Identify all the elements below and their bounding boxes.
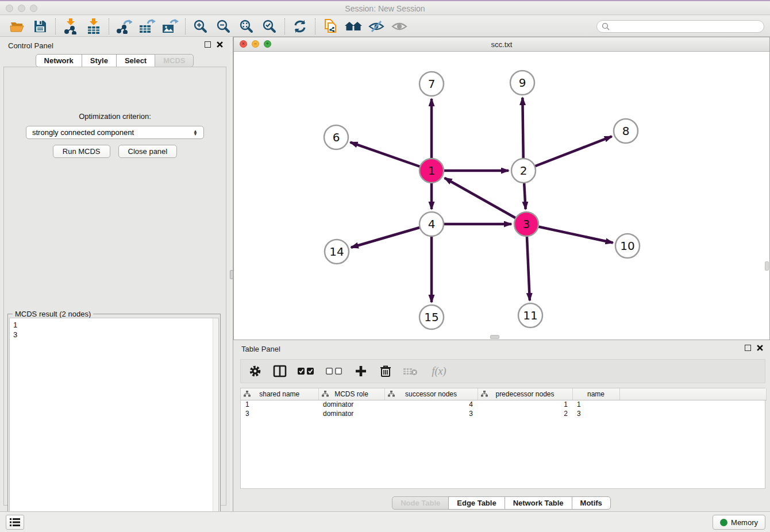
close-table-panel-icon[interactable]: [757, 345, 763, 351]
mcds-panel: Optimization criterion: strongly connect…: [3, 67, 226, 506]
open-session-button[interactable]: [6, 17, 29, 36]
search-input[interactable]: [613, 22, 759, 30]
table-panel-title: Table Panel: [241, 345, 280, 353]
copy-style-button[interactable]: [319, 17, 342, 36]
search-icon: [602, 22, 610, 30]
import-table-button[interactable]: [82, 17, 105, 36]
cell-predecessor-nodes[interactable]: 1: [478, 400, 572, 409]
tab-select[interactable]: Select: [116, 54, 155, 67]
zoom-selected-button[interactable]: [258, 17, 281, 36]
column-header-shared-name[interactable]: shared name: [241, 388, 318, 400]
delete-table-button[interactable]: [403, 364, 418, 379]
cell-name[interactable]: 3: [572, 409, 619, 418]
memory-button[interactable]: Memory: [713, 515, 765, 530]
tab-style[interactable]: Style: [82, 54, 117, 67]
graph-node-label-11: 11: [523, 309, 537, 322]
node-table-container: shared nameMCDS rolesuccessor nodesprede…: [240, 388, 765, 489]
network-canvas[interactable]: 7968124314101511: [234, 52, 769, 340]
toolbar-separator: [185, 18, 186, 34]
graph-node-label-8: 8: [622, 124, 630, 138]
control-panel: Control Panel NetworkStyleSelectMCDS Opt…: [0, 37, 230, 511]
show-column-panel-button[interactable]: [272, 364, 287, 379]
zoom-fit-icon: [239, 19, 254, 34]
zoom-out-button[interactable]: [212, 17, 235, 36]
tab-network[interactable]: Network: [36, 54, 82, 67]
delete-table-icon: [403, 366, 418, 376]
canvas-hscroll-thumb[interactable]: [490, 335, 499, 339]
cell-successor-nodes[interactable]: 4: [384, 400, 478, 409]
column-header-mcds-role[interactable]: MCDS role: [318, 388, 384, 400]
cell-successor-nodes[interactable]: 3: [384, 409, 478, 418]
graph-edge-3-1[interactable]: [445, 178, 526, 224]
cell-mcds-role[interactable]: dominator: [318, 400, 384, 409]
criterion-dropdown[interactable]: strongly connected component ▲▼: [26, 126, 204, 139]
result-scrollbar[interactable]: [213, 318, 218, 529]
close-panel-icon[interactable]: [217, 41, 223, 48]
save-session-button[interactable]: [29, 17, 52, 36]
graph-edge-2-8[interactable]: [523, 136, 612, 171]
network-window: × − + scc.txt 7968124314101511: [233, 37, 770, 340]
table-row-0[interactable]: 1dominator411: [241, 400, 766, 409]
column-header-successor-nodes[interactable]: successor nodes: [384, 388, 478, 400]
column-header-name[interactable]: name: [572, 388, 619, 400]
table-tab-motifs[interactable]: Motifs: [572, 496, 611, 510]
float-panel-icon[interactable]: [205, 41, 211, 48]
function-builder-button[interactable]: f(x): [428, 364, 451, 379]
hide-selected-button[interactable]: [365, 17, 388, 36]
cell-shared-name[interactable]: 1: [241, 400, 318, 409]
export-table-button[interactable]: [136, 17, 159, 36]
show-all-button[interactable]: [388, 17, 411, 36]
first-neighbors-icon: [344, 20, 363, 33]
table-tab-node-table[interactable]: Node Table: [392, 496, 449, 510]
graph-node-label-4: 4: [428, 217, 436, 231]
network-window-titlebar: × − + scc.txt: [234, 37, 769, 52]
graph-node-label-9: 9: [519, 76, 526, 90]
table-row-1[interactable]: 3dominator323: [241, 409, 766, 418]
cell-name[interactable]: 1: [572, 400, 619, 409]
graph-node-label-14: 14: [329, 245, 344, 259]
export-table-icon: [138, 19, 156, 34]
checkboxes-checked-icon: [298, 367, 315, 375]
export-network-button[interactable]: [113, 17, 136, 36]
import-table-icon: [86, 18, 101, 34]
cell-mcds-role[interactable]: dominator: [318, 409, 384, 418]
table-tab-network-table[interactable]: Network Table: [505, 496, 572, 510]
cell-shared-name[interactable]: 3: [241, 409, 318, 418]
mcds-result-area[interactable]: 1 3: [9, 318, 219, 529]
tab-mcds[interactable]: MCDS: [155, 54, 194, 67]
create-column-button[interactable]: [353, 364, 368, 379]
select-all-columns-button[interactable]: [297, 364, 315, 379]
first-neighbors-button[interactable]: [342, 17, 365, 36]
unselect-all-columns-button[interactable]: [325, 364, 344, 379]
network-window-title: scc.txt: [234, 40, 769, 49]
import-network-button[interactable]: [59, 17, 82, 36]
column-header-predecessor-nodes[interactable]: predecessor nodes: [478, 388, 572, 400]
graph-edge-3-10[interactable]: [526, 224, 613, 243]
export-image-button[interactable]: [159, 17, 182, 36]
zoom-fit-button[interactable]: [235, 17, 258, 36]
refresh-button[interactable]: [288, 17, 311, 36]
cell-filler: [619, 400, 766, 409]
app-titlebar: × − + Session: New Session: [0, 0, 770, 15]
graph-node-label-2: 2: [520, 164, 528, 178]
table-panel: Table Panel: [233, 340, 770, 511]
delete-column-button[interactable]: [378, 364, 393, 379]
canvas-vscroll-thumb[interactable]: [765, 261, 769, 271]
task-history-button[interactable]: [6, 515, 24, 530]
table-tab-edge-table[interactable]: Edge Table: [448, 496, 505, 510]
mcds-result-title: MCDS result (2 nodes): [13, 310, 93, 318]
zoom-in-icon: [193, 19, 208, 34]
zoom-in-button[interactable]: [189, 17, 212, 36]
graph-node-label-7: 7: [428, 77, 436, 91]
cell-predecessor-nodes[interactable]: 2: [478, 409, 572, 418]
graph-node-label-3: 3: [523, 217, 530, 231]
column-label: MCDS role: [334, 390, 368, 398]
float-table-panel-icon[interactable]: [745, 345, 751, 351]
graph-edge-1-6[interactable]: [351, 142, 432, 171]
show-all-icon: [391, 20, 407, 33]
run-mcds-button[interactable]: Run MCDS: [53, 145, 110, 158]
table-settings-button[interactable]: [248, 364, 263, 379]
close-panel-button[interactable]: Close panel: [118, 145, 178, 158]
sort-hierarchy-icon: [244, 391, 251, 397]
search-field[interactable]: [596, 20, 764, 33]
